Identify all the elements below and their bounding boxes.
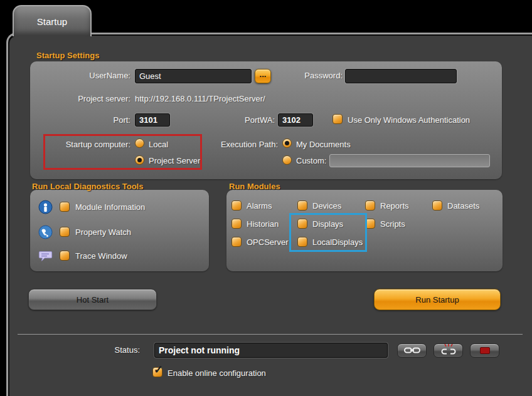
- windows-auth-label: Use Only Windows Authentication: [348, 115, 470, 125]
- run-modules-title: Run Modules: [229, 182, 280, 191]
- run-startup-button[interactable]: Run Startup: [374, 289, 501, 310]
- disconnect-button[interactable]: [434, 343, 463, 358]
- portwa-label: PortWA:: [212, 115, 275, 125]
- trace-window-checkbox[interactable]: ✓: [60, 251, 70, 261]
- username-input[interactable]: [135, 69, 252, 83]
- ellipsis-icon: ...: [260, 70, 267, 79]
- password-input[interactable]: [345, 69, 457, 83]
- diagnostics-group: ✓ Module Information ✓ Property Watch: [30, 190, 209, 271]
- online-config-label: Enable online configuration: [168, 368, 266, 378]
- port-label: Port:: [43, 115, 130, 125]
- online-config-checkbox[interactable]: ✓: [152, 367, 162, 377]
- custom-path-input[interactable]: [329, 154, 490, 167]
- connect-link-icon: [404, 345, 420, 357]
- connect-button[interactable]: [397, 343, 427, 358]
- module-information-label: Module Information: [75, 202, 145, 212]
- project-server-label: Project server:: [43, 94, 130, 103]
- disconnect-broken-link-icon: [440, 344, 457, 358]
- password-label: Password:: [294, 71, 343, 80]
- hot-start-button[interactable]: Hot Start: [28, 289, 157, 310]
- startup-settings-title: Startup Settings: [36, 51, 99, 60]
- module-historian[interactable]: ✓ Historian: [231, 219, 279, 229]
- port-input[interactable]: [135, 113, 170, 127]
- devices-checkbox[interactable]: ✓: [297, 201, 307, 211]
- main-panel: Startup Settings UserName: ... Password:…: [6, 33, 532, 396]
- tab-startup[interactable]: Startup: [13, 5, 92, 36]
- stop-button[interactable]: [470, 343, 499, 358]
- property-watch-label: Property Watch: [75, 227, 131, 237]
- status-input[interactable]: [154, 343, 388, 358]
- module-reports[interactable]: ✓ Reports: [365, 201, 409, 211]
- portwa-input[interactable]: [278, 113, 313, 127]
- status-label: Status:: [77, 345, 140, 355]
- diagnostics-title: Run Local Diagnostics Tools: [32, 182, 143, 191]
- historian-checkbox[interactable]: ✓: [231, 219, 242, 229]
- module-information-checkbox[interactable]: ✓: [60, 202, 70, 212]
- blue-highlight-box: [289, 213, 367, 252]
- trace-window-label: Trace Window: [75, 251, 127, 261]
- separator: [18, 334, 523, 335]
- radio-custom-label: Custom:: [296, 156, 326, 165]
- project-server-value: http://192.168.0.111/TProjectServer/: [135, 94, 265, 103]
- module-devices[interactable]: ✓ Devices: [297, 201, 341, 211]
- windows-auth-checkbox[interactable]: ✓: [332, 114, 343, 124]
- username-browse-button[interactable]: ...: [255, 69, 271, 83]
- tab-startup-label: Startup: [37, 16, 67, 27]
- module-scripts[interactable]: ✓ Scripts: [365, 219, 405, 229]
- username-label: UserName:: [43, 71, 130, 80]
- stop-icon: [480, 347, 490, 354]
- radio-custom[interactable]: [282, 155, 292, 165]
- module-datasets[interactable]: ✓ Datasets: [432, 201, 479, 211]
- trace-bubble-icon: [38, 249, 53, 263]
- module-alarms[interactable]: ✓ Alarms: [231, 201, 272, 211]
- radio-my-documents-label: My Documents: [296, 140, 351, 149]
- radio-my-documents[interactable]: [282, 138, 292, 148]
- opcserver-checkbox[interactable]: ✓: [231, 237, 242, 247]
- startup-window: Startup Startup Settings UserName: ... P…: [0, 0, 532, 396]
- run-modules-group: ✓ Alarms ✓ Devices ✓ Reports ✓ Datasets …: [226, 190, 503, 271]
- datasets-checkbox[interactable]: ✓: [432, 201, 442, 211]
- module-opcserver[interactable]: ✓ OPCServer: [231, 237, 288, 247]
- property-watch-checkbox[interactable]: ✓: [60, 227, 70, 237]
- info-icon: [38, 200, 53, 214]
- startup-settings-group: UserName: ... Password: Project server: …: [30, 61, 502, 179]
- reports-checkbox[interactable]: ✓: [365, 201, 375, 211]
- property-watch-icon: [38, 225, 53, 239]
- alarms-checkbox[interactable]: ✓: [231, 201, 242, 211]
- execution-path-label: Execution Path:: [209, 140, 278, 149]
- red-highlight-box: [43, 134, 202, 170]
